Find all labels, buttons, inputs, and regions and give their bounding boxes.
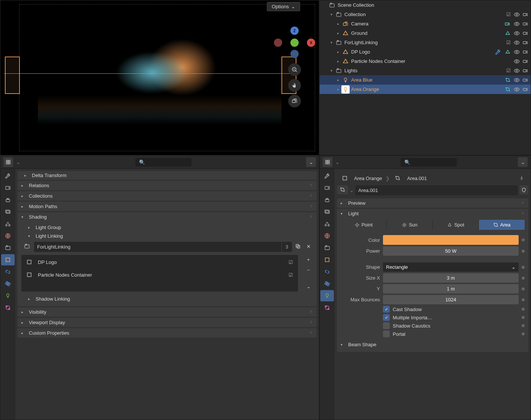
- light-type-sun[interactable]: Sun: [387, 220, 433, 230]
- breadcrumb-data[interactable]: Area.001: [407, 176, 427, 181]
- tab-data[interactable]: [320, 290, 334, 301]
- tab-material[interactable]: [320, 302, 334, 313]
- outliner-collection[interactable]: ▾ Collection ☑: [320, 10, 531, 19]
- tab-physics[interactable]: [320, 278, 334, 289]
- camera-view-tool[interactable]: [288, 95, 301, 107]
- render-icon[interactable]: [522, 86, 528, 93]
- animate-dot[interactable]: [522, 250, 525, 253]
- axis-center[interactable]: [290, 39, 299, 47]
- outliner-forlightlinking[interactable]: ▾ ForLightLinking ☑: [320, 38, 531, 47]
- disclosure-toggle[interactable]: ▸: [335, 31, 341, 35]
- tab-scene[interactable]: [320, 218, 334, 229]
- axis-x[interactable]: X: [307, 39, 315, 47]
- unlink-collection-button[interactable]: ✕: [304, 242, 313, 251]
- outliner-scene-collection[interactable]: Scene Collection: [320, 0, 531, 10]
- disclosure-toggle[interactable]: ▸: [335, 78, 341, 82]
- portal-checkbox[interactable]: [383, 331, 390, 337]
- drag-handle-icon[interactable]: ⠿: [522, 201, 525, 205]
- shadow-caustics-checkbox[interactable]: [383, 322, 390, 329]
- section-light-group[interactable]: ▸Light Group: [21, 223, 313, 232]
- tab-object[interactable]: [320, 254, 334, 265]
- animate-dot[interactable]: [522, 287, 525, 290]
- visibility-icon[interactable]: [513, 11, 520, 18]
- render-icon[interactable]: [522, 49, 528, 55]
- animate-dot[interactable]: [522, 238, 525, 241]
- tab-data[interactable]: [1, 290, 15, 301]
- outliner-area-blue[interactable]: ▸ Area Blue: [320, 75, 531, 85]
- render-icon[interactable]: [522, 67, 528, 74]
- section-light-linking[interactable]: ▾Light Linking: [21, 232, 313, 240]
- outliner-area-orange[interactable]: ▸ Area Orange: [320, 85, 531, 94]
- disclosure-toggle[interactable]: ▸: [335, 87, 341, 91]
- visibility-icon[interactable]: [513, 77, 520, 83]
- section-preview[interactable]: ▸Preview⠿: [337, 198, 528, 208]
- disclosure-toggle[interactable]: ▸: [335, 22, 341, 26]
- breadcrumb-object[interactable]: Area Orange: [354, 176, 382, 181]
- shape-select[interactable]: Rectangle⌄: [383, 262, 519, 272]
- drag-handle-icon[interactable]: ⠿: [310, 194, 313, 198]
- animate-dot[interactable]: [522, 266, 525, 269]
- render-icon[interactable]: [522, 58, 528, 65]
- exclude-checkbox[interactable]: ☑: [505, 11, 512, 18]
- tab-output[interactable]: [1, 194, 15, 206]
- drag-handle-icon[interactable]: ⠿: [310, 215, 313, 219]
- render-icon[interactable]: [522, 39, 528, 46]
- tab-viewlayer[interactable]: [1, 206, 15, 217]
- light-type-point[interactable]: Point: [341, 220, 387, 230]
- visibility-icon[interactable]: [513, 49, 520, 55]
- link-checkbox[interactable]: ☑: [287, 259, 294, 265]
- list-item[interactable]: DP Logo ☑: [22, 256, 297, 268]
- visibility-icon[interactable]: [513, 67, 520, 74]
- axis-neg-z[interactable]: [290, 50, 299, 58]
- search-field[interactable]: 🔍: [135, 158, 191, 167]
- section-visibility[interactable]: ▸Visibility⠿: [18, 307, 317, 317]
- outliner-dp-logo[interactable]: ▸ DP Logo: [320, 47, 531, 57]
- drag-handle-icon[interactable]: ⠿: [310, 331, 313, 335]
- outliner-lights[interactable]: ▾ Lights ☑: [320, 66, 531, 75]
- outliner[interactable]: Scene Collection ▾ Collection ☑ ▸ Camera…: [319, 0, 531, 155]
- area-light-handle-left[interactable]: [5, 57, 20, 94]
- disclosure-toggle[interactable]: ▾: [328, 69, 335, 73]
- exclude-checkbox[interactable]: ☑: [505, 39, 512, 46]
- tab-collection[interactable]: [1, 242, 15, 253]
- drag-handle-icon[interactable]: ⠿: [310, 184, 313, 187]
- search-field[interactable]: 🔍: [401, 158, 457, 167]
- disclosure-toggle[interactable]: ▸: [335, 50, 341, 54]
- zoom-tool[interactable]: [288, 63, 301, 76]
- list-menu-button[interactable]: ⌄: [304, 282, 313, 291]
- drag-handle-icon[interactable]: ⠿: [522, 212, 525, 215]
- animate-dot[interactable]: [522, 277, 525, 280]
- color-swatch[interactable]: [383, 235, 519, 245]
- animate-dot[interactable]: [522, 332, 525, 335]
- animate-dot[interactable]: [522, 308, 525, 311]
- render-icon[interactable]: [522, 11, 528, 18]
- visibility-icon[interactable]: [513, 39, 520, 46]
- viewport-options-button[interactable]: Options ⌄: [267, 2, 300, 11]
- collection-browse-button[interactable]: [21, 242, 33, 251]
- section-motion-paths[interactable]: ▸Motion Paths⠿: [18, 202, 317, 211]
- visibility-icon[interactable]: [513, 58, 520, 65]
- section-custom-properties[interactable]: ▸Custom Properties⠿: [18, 328, 317, 338]
- tab-collection[interactable]: [320, 242, 334, 253]
- disclosure-toggle[interactable]: ▾: [328, 40, 335, 45]
- fake-user-button[interactable]: [519, 185, 528, 194]
- axis-z[interactable]: Z: [290, 27, 299, 35]
- exclude-checkbox[interactable]: ☑: [505, 67, 512, 74]
- tab-world[interactable]: [1, 230, 15, 241]
- tab-render[interactable]: [320, 182, 334, 194]
- animate-dot[interactable]: [522, 316, 525, 319]
- render-icon[interactable]: [522, 30, 528, 37]
- new-collection-button[interactable]: [293, 242, 302, 251]
- tab-scene[interactable]: [1, 218, 15, 229]
- pan-tool[interactable]: [288, 79, 301, 92]
- pin-button[interactable]: [519, 175, 525, 181]
- power-input[interactable]: 50 W: [383, 246, 519, 256]
- tab-physics[interactable]: [1, 278, 15, 289]
- link-checkbox[interactable]: ☑: [287, 271, 294, 278]
- data-name-input[interactable]: [355, 185, 518, 195]
- tab-render[interactable]: [1, 182, 15, 194]
- section-viewport-display[interactable]: ▸Viewport Display⠿: [18, 318, 317, 327]
- outliner-camera[interactable]: ▸ Camera: [320, 19, 531, 28]
- drag-handle-icon[interactable]: ⠿: [310, 321, 313, 324]
- animate-dot[interactable]: [522, 324, 525, 327]
